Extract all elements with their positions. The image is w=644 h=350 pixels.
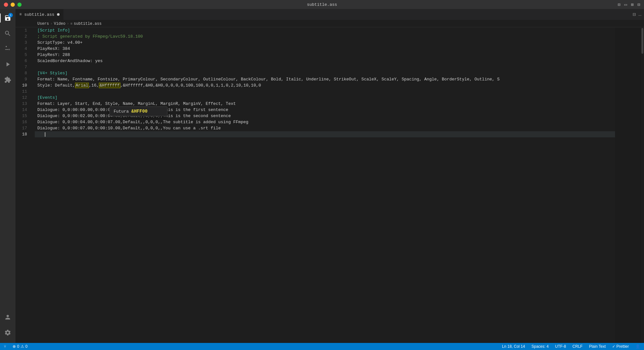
code-line-8: [V4+ Styles] [35, 70, 615, 76]
title-bar-actions: ⊟ ▭ ⊞ ⊟ [618, 2, 640, 7]
tab-label: subtitle.ass [24, 12, 54, 17]
status-language[interactable]: Plain Text [588, 344, 607, 349]
minimize-button[interactable] [11, 3, 15, 7]
code-line-16: Dialogue: 0,0:00:04.00,0:00:07.00,Defaul… [35, 119, 615, 125]
code-area[interactable]: [Script Info] ; Script generated by FFmp… [35, 27, 615, 343]
autocomplete-hex-value: &HFF00 [131, 109, 147, 114]
position-text: Ln 18, Col 14 [502, 344, 525, 349]
tab-bar: ≡ subtitle.ass ⊟ … [15, 9, 644, 20]
close-button[interactable] [4, 3, 8, 7]
code-line-18 [35, 131, 615, 137]
line-ending-text: CRLF [573, 344, 582, 349]
window-title: subtitle.ass [307, 2, 337, 7]
breadcrumb-users[interactable]: Users [37, 22, 49, 26]
error-count: 0 [17, 344, 19, 349]
more-actions-button[interactable]: … [638, 12, 641, 17]
activity-account[interactable] [0, 309, 15, 325]
code-line-2: ; Script generated by FFmpeg/Lavc59.18.1… [35, 33, 615, 40]
activity-explorer[interactable]: 1 [0, 10, 15, 26]
activity-run-debug[interactable] [0, 57, 15, 72]
activity-bottom [0, 309, 15, 343]
encoding-text: UTF-8 [555, 344, 566, 349]
activity-settings[interactable] [0, 325, 15, 340]
status-encoding[interactable]: UTF-8 [554, 344, 567, 349]
code-line-3: ScriptType: v4.00+ [35, 40, 615, 46]
autocomplete-item-futura[interactable]: Futura &HFF00 [110, 108, 167, 115]
minimap [615, 27, 641, 343]
code-line-1: [Script Info] [35, 27, 615, 33]
status-git-branch[interactable]: ⑂ [3, 344, 7, 349]
status-line-ending[interactable]: CRLF [571, 344, 584, 349]
code-line-10: Style: Default,Arial,16,&Hffffff,&Hfffff… [35, 82, 615, 88]
line-numbers: 1 2 3 4 5 6 7 8 9 10 11 12 13 14 15 16 1… [15, 27, 35, 343]
breadcrumb-video[interactable]: Video [54, 22, 65, 26]
code-line-5: PlayResY: 288 [35, 52, 615, 58]
title-bar: subtitle.ass ⊟ ▭ ⊞ ⊟ [0, 0, 644, 9]
code-line-9: Format: Name, Fontname, Fontsize, Primar… [35, 76, 615, 82]
status-prettier[interactable]: ✓ Prettier [611, 344, 630, 349]
status-errors[interactable]: ⊗ 0 ⚠ 0 [11, 344, 29, 349]
code-line-4: PlayResX: 384 [35, 46, 615, 52]
warning-icon: ⚠ [21, 344, 24, 349]
code-line-17: Dialogue: 0,0:00:07.00,0:00:10.00,Defaul… [35, 125, 615, 131]
status-account[interactable]: 👤 [634, 344, 641, 349]
toggle-panel-icon[interactable]: ▭ [624, 2, 627, 7]
editor-area: ≡ subtitle.ass ⊟ … Users › Video › ≡ sub… [15, 9, 644, 343]
spaces-text: Spaces: 4 [531, 344, 548, 349]
git-branch-icon: ⑂ [4, 344, 6, 349]
status-left: ⑂ ⊗ 0 ⚠ 0 [3, 344, 29, 349]
code-line-12: [Events] [35, 95, 615, 101]
code-line-6: ScaledBorderAndShadow: yes [35, 58, 615, 64]
split-right-icon[interactable]: ⊞ [631, 2, 633, 7]
activity-extensions[interactable] [0, 72, 15, 88]
layout-icon[interactable]: ⊟ [638, 2, 640, 7]
traffic-lights [4, 3, 22, 7]
breadcrumb-filename[interactable]: subtitle.ass [74, 22, 101, 26]
tab-file-icon: ≡ [19, 12, 22, 17]
tab-modified-indicator [57, 13, 60, 16]
main-layout: 1 ≡ subtitle.ass [0, 9, 644, 343]
account-status-icon: 👤 [635, 344, 640, 349]
editor-content[interactable]: 1 2 3 4 5 6 7 8 9 10 11 12 13 14 15 16 1… [15, 27, 644, 343]
autocomplete-popup[interactable]: Futura &HFF00 [109, 106, 167, 116]
status-spaces[interactable]: Spaces: 4 [530, 344, 550, 349]
explorer-badge: 1 [8, 13, 13, 17]
status-right: Ln 18, Col 14 Spaces: 4 UTF-8 CRLF Plain… [501, 344, 641, 349]
maximize-button[interactable] [17, 3, 22, 7]
warning-count: 0 [25, 344, 28, 349]
prettier-text: ✓ Prettier [612, 344, 629, 349]
autocomplete-font-name: Futura [114, 109, 129, 114]
split-editor-icon[interactable]: ⊟ [618, 2, 620, 7]
status-bar: ⑂ ⊗ 0 ⚠ 0 Ln 18, Col 14 Spaces: 4 UTF-8 … [0, 343, 644, 350]
tab-spacer: ⊟ … [64, 9, 644, 20]
breadcrumb: Users › Video › ≡ subtitle.ass [15, 20, 644, 27]
code-line-7 [35, 64, 615, 70]
code-line-13: Format: Layer, Start, End, Style, Name, … [35, 101, 615, 107]
activity-source-control[interactable] [0, 41, 15, 57]
language-text: Plain Text [589, 344, 606, 349]
status-position[interactable]: Ln 18, Col 14 [501, 344, 526, 349]
error-icon: ⊗ [13, 344, 16, 349]
split-editor-button[interactable]: ⊟ [633, 11, 636, 18]
scrollbar-track[interactable] [641, 27, 644, 343]
breadcrumb-file-icon: ≡ [70, 22, 72, 26]
tab-subtitle-ass[interactable]: ≡ subtitle.ass [15, 9, 64, 20]
code-line-11 [35, 88, 615, 95]
activity-search[interactable] [0, 26, 15, 41]
scrollbar-thumb[interactable] [641, 28, 643, 54]
activity-bar: 1 [0, 9, 15, 343]
